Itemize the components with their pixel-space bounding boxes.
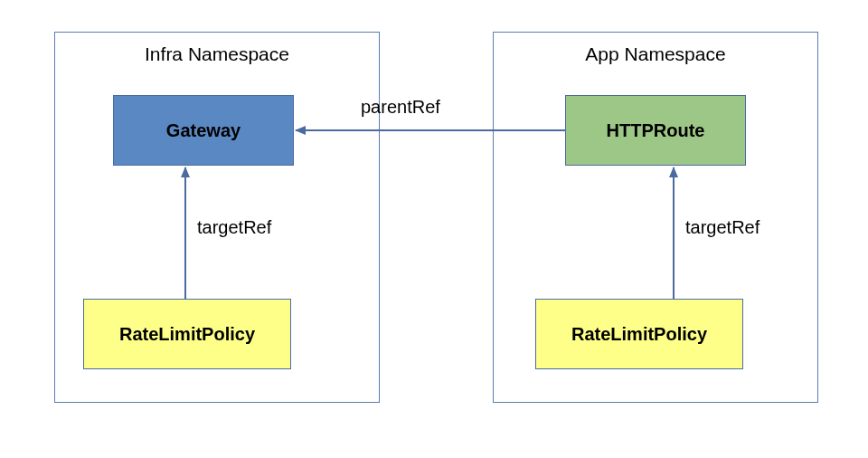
httproute-label: HTTPRoute	[607, 120, 705, 141]
gateway-label: Gateway	[166, 120, 241, 141]
infra-namespace-title: Infra Namespace	[55, 43, 379, 65]
rlp-infra-node: RateLimitPolicy	[83, 299, 291, 369]
app-namespace-title: App Namespace	[494, 43, 817, 65]
rlp-app-node: RateLimitPolicy	[535, 299, 743, 369]
rlp-infra-label: RateLimitPolicy	[119, 324, 255, 345]
rlp-app-label: RateLimitPolicy	[571, 324, 707, 345]
httproute-node: HTTPRoute	[565, 95, 746, 166]
targetref-app-label: targetRef	[685, 217, 760, 238]
targetref-infra-label: targetRef	[197, 217, 271, 238]
gateway-node: Gateway	[113, 95, 294, 166]
parentref-label: parentRef	[361, 97, 440, 118]
